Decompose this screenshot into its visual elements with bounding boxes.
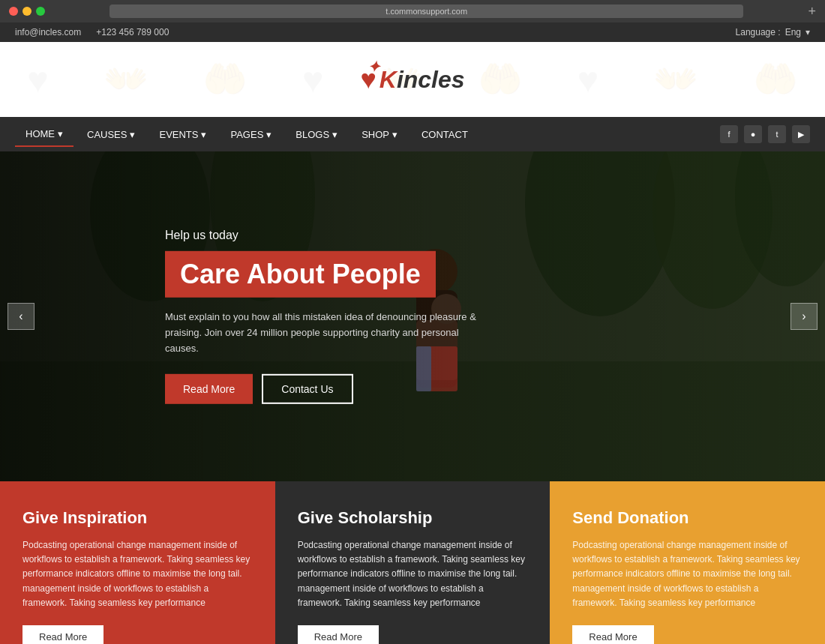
hero-section: ‹ Help us today Care About People Must e… [0,151,825,481]
card-give-scholarship: Give Scholarship Podcasting operational … [275,481,550,644]
site-logo[interactable]: ♥✦ Kincles [360,64,464,95]
hero-content: Help us today Care About People Must exp… [165,229,480,404]
main-nav: HOME ▾ CAUSES ▾ EVENTS ▾ PAGES ▾ BLOGS ▾… [0,117,825,151]
card-2-description: Podcasting operational change management… [298,538,528,610]
logo-heart-icon: ♥✦ [360,64,376,95]
hero-subtitle: Help us today [165,229,480,242]
url-text: t.commonsupport.com [386,7,467,16]
card-3-title: Send Donation [572,508,802,528]
card-3-read-more-button[interactable]: Read More [572,625,653,644]
browser-maximize-dot[interactable] [36,7,45,16]
topbar-right: Language : Eng ▾ [736,27,810,37]
nav-home-dropdown-icon: ▾ [58,128,63,139]
nav-item-causes[interactable]: CAUSES ▾ [76,122,146,147]
hero-prev-button[interactable]: ‹ [8,303,34,330]
hero-title: Care About People [180,259,421,290]
topbar-email: info@incles.com [15,27,81,37]
nav-pages-dropdown-icon: ▾ [266,129,272,140]
nav-item-shop[interactable]: SHOP ▾ [351,122,408,147]
site-header: ♥👐🤲♥👐🤲♥👐🤲 ♥✦ Kincles [0,42,825,117]
topbar-phone: +123 456 789 000 [96,27,169,37]
card-1-title: Give Inspiration [22,508,253,528]
card-send-donation: Send Donation Podcasting operational cha… [550,481,825,644]
card-3-description: Podcasting operational change management… [572,538,802,610]
top-bar: info@incles.com +123 456 789 000 Languag… [0,22,825,42]
nav-items-list: HOME ▾ CAUSES ▾ EVENTS ▾ PAGES ▾ BLOGS ▾… [15,122,720,147]
hero-title-box: Care About People [165,251,436,298]
cards-section: Give Inspiration Podcasting operational … [0,481,825,644]
language-label: Language : [736,27,781,37]
nav-blogs-dropdown-icon: ▾ [332,129,338,140]
logo-text: Kincles [380,66,465,94]
language-value[interactable]: Eng [785,27,801,37]
language-dropdown-icon[interactable]: ▾ [806,27,810,37]
social-twitter-icon[interactable]: t [768,125,786,143]
hero-read-more-button[interactable]: Read More [165,374,253,404]
nav-causes-dropdown-icon: ▾ [130,129,135,140]
logo-x-letter: K [380,66,397,93]
hero-buttons: Read More Contact Us [165,374,480,404]
social-youtube-icon[interactable]: ▶ [792,125,810,143]
nav-item-contact[interactable]: CONTACT [411,122,478,147]
browser-close-dot[interactable] [9,7,18,16]
social-facebook-icon[interactable]: f [720,125,738,143]
card-2-title: Give Scholarship [298,508,528,528]
browser-url-bar[interactable]: t.commonsupport.com [110,4,743,18]
nav-item-home[interactable]: HOME ▾ [15,122,74,147]
nav-item-pages[interactable]: PAGES ▾ [220,122,282,147]
browser-chrome: t.commonsupport.com + [0,0,825,22]
nav-item-blogs[interactable]: BLOGS ▾ [285,122,348,147]
nav-item-events[interactable]: EVENTS ▾ [148,122,217,147]
nav-social-icons: f ● t ▶ [720,125,810,143]
nav-events-dropdown-icon: ▾ [201,129,206,140]
card-2-read-more-button[interactable]: Read More [298,625,379,644]
browser-minimize-dot[interactable] [22,7,32,16]
nav-shop-dropdown-icon: ▾ [392,129,398,140]
new-tab-button[interactable]: + [808,4,816,19]
card-give-inspiration: Give Inspiration Podcasting operational … [0,481,275,644]
hero-next-button[interactable]: › [790,303,818,330]
social-instagram-icon[interactable]: ● [744,125,762,143]
card-1-description: Podcasting operational change management… [22,538,253,610]
hero-contact-button[interactable]: Contact Us [262,374,352,404]
card-1-read-more-button[interactable]: Read More [22,625,104,644]
hero-description: Must explain to you how all this mistake… [165,310,480,356]
